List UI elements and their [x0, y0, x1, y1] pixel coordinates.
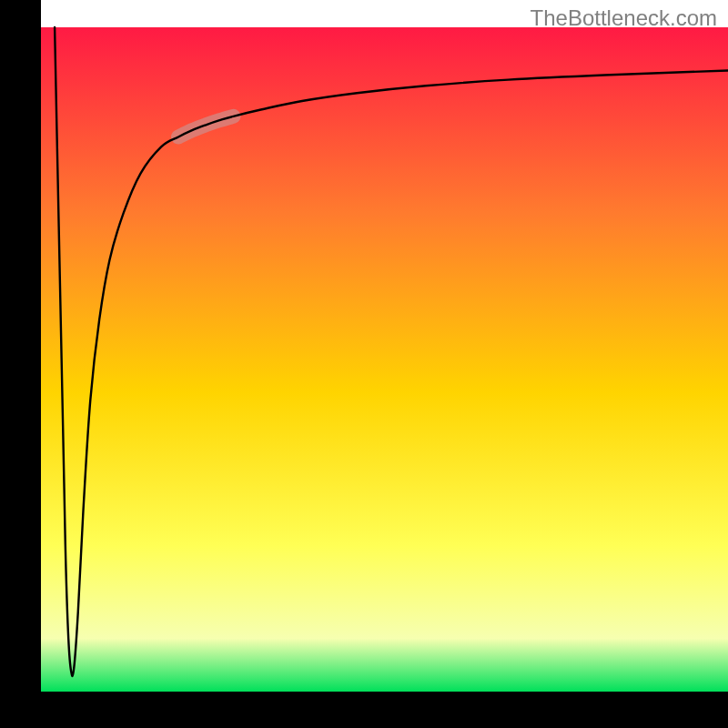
chart-stage: TheBottleneck.com	[0, 0, 728, 728]
plot-frame-left	[0, 0, 41, 728]
plot-background	[41, 27, 728, 692]
bottleneck-chart	[0, 0, 728, 728]
plot-frame-bottom	[0, 692, 728, 728]
watermark-text: TheBottleneck.com	[531, 5, 717, 31]
